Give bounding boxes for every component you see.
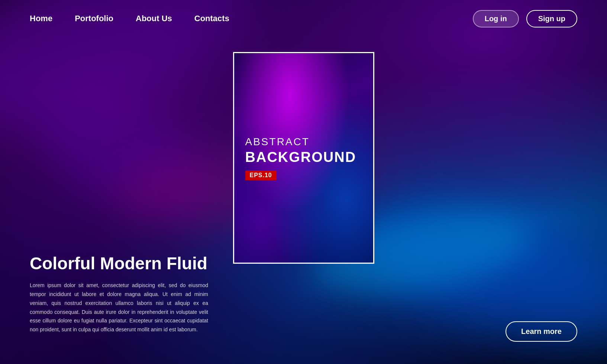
login-button[interactable]: Log in: [473, 10, 519, 27]
card-badge: EPS.10: [245, 170, 277, 180]
nav-links: Home Portofolio About Us Contacts: [30, 14, 473, 23]
center-card: ABSTRACT BACKGROUND EPS.10: [233, 52, 374, 264]
signup-button[interactable]: Sign up: [526, 10, 577, 27]
nav-contacts[interactable]: Contacts: [194, 14, 229, 23]
nav-home[interactable]: Home: [30, 14, 52, 23]
nav-actions: Log in Sign up: [473, 10, 577, 27]
nav-about[interactable]: About Us: [136, 14, 172, 23]
main-body-text: Lorem ipsum dolor sit amet, consectetur …: [30, 281, 208, 334]
nav-portfolio[interactable]: Portofolio: [75, 14, 113, 23]
card-title-abstract: ABSTRACT: [245, 136, 362, 148]
learn-more-button[interactable]: Learn more: [506, 321, 577, 342]
navbar: Home Portofolio About Us Contacts Log in…: [0, 0, 607, 37]
card-content: ABSTRACT BACKGROUND EPS.10: [234, 129, 373, 188]
card-title-background: BACKGROUND: [245, 149, 362, 165]
bottom-content: Colorful Modern Fluid Lorem ipsum dolor …: [30, 253, 208, 334]
main-heading: Colorful Modern Fluid: [30, 253, 208, 274]
